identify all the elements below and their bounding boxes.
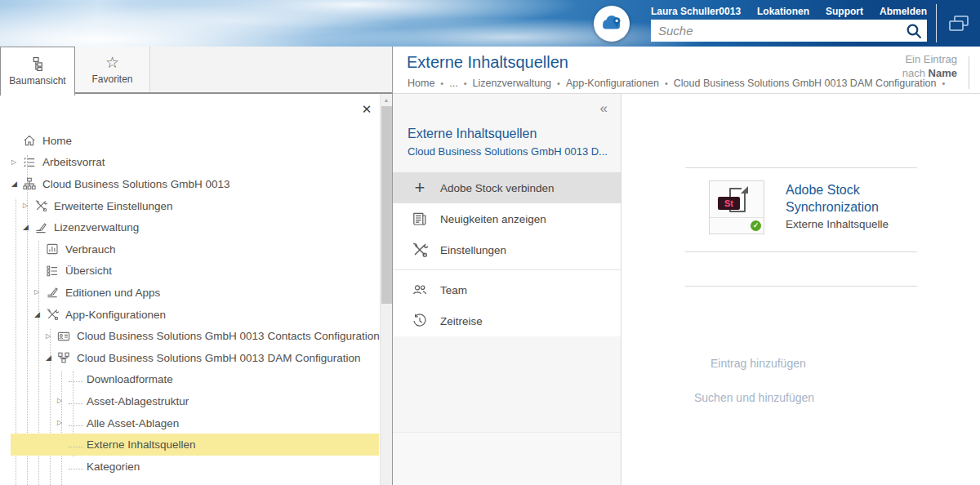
home-icon xyxy=(23,134,36,147)
expand-arrow-icon[interactable]: ▷ xyxy=(46,333,57,340)
scrollbar-thumb[interactable] xyxy=(381,106,392,304)
tree-item-alle-asset-ablagen[interactable]: ▷Alle Asset-Ablagen xyxy=(11,412,379,434)
menu-item-team[interactable]: Team xyxy=(393,274,621,305)
tree-area: ✕ Home▷Arbeitsvorrat◢Cloud Business Solu… xyxy=(0,94,392,485)
tab-label: Favoriten xyxy=(91,73,132,85)
news-icon xyxy=(411,210,429,228)
breadcrumb: Home•...•Lizenzverwaltung•App-Konfigurat… xyxy=(408,78,951,89)
expand-arrow-icon[interactable]: ▷ xyxy=(34,289,46,296)
entry-type-label: Externe Inhaltsquelle xyxy=(786,218,889,230)
nav-tabs: Baumansicht ☆ Favoriten xyxy=(0,47,392,94)
action-panel-header: « Externe Inhaltsquellen Cloud Business … xyxy=(393,94,621,172)
menu-item-label: Einstellungen xyxy=(440,244,506,256)
brand-logo[interactable] xyxy=(594,6,630,42)
tree-item-app-konfigurationen[interactable]: ◢App-Konfigurationen xyxy=(11,304,379,326)
tree-item-externe-inhaltsquellen[interactable]: Externe Inhaltsquellen xyxy=(11,434,379,456)
overview-icon xyxy=(46,265,59,278)
tree-item-downloadformate[interactable]: Downloadformate xyxy=(11,369,379,391)
tab-favoriten[interactable]: ☆ Favoriten xyxy=(75,47,150,92)
tree-item-arbeitsvorrat[interactable]: ▷Arbeitsvorrat xyxy=(11,152,379,174)
menu-divider xyxy=(393,265,621,274)
tree-item-cloud-business-solutions-gmbh-0013-contacts-configuration[interactable]: ▷Cloud Business Solutions GmbH 0013 Cont… xyxy=(11,325,379,347)
action-panel-footer xyxy=(393,432,621,485)
tree-item-label: Alle Asset-Ablagen xyxy=(87,417,179,429)
modules-icon xyxy=(57,351,70,364)
breadcrumb-item[interactable]: Lizenzverwaltung xyxy=(472,78,551,89)
plus-icon: + xyxy=(411,179,429,197)
dotted-leader xyxy=(69,425,83,426)
topbar-link[interactable]: Support xyxy=(826,6,863,17)
stock-badge: St xyxy=(718,197,740,210)
breadcrumb-item[interactable]: ... xyxy=(449,78,457,89)
tree-item-lizenzverwaltung[interactable]: ◢Lizenzverwaltung xyxy=(11,216,379,238)
collapse-arrow-icon[interactable]: ◢ xyxy=(23,224,34,231)
tree-item-home[interactable]: Home xyxy=(11,130,379,152)
adobe-stock-file-icon: St xyxy=(728,188,747,212)
tree-item-label: Cloud Business Solutions GmbH 0013 DAM C… xyxy=(77,352,360,364)
page-title: Externe Inhaltsquellen xyxy=(407,53,568,72)
action-panel-subtitle: Cloud Business Solutions GmbH 0013 D... xyxy=(408,145,608,158)
collapse-arrow-icon[interactable]: ◢ xyxy=(46,354,57,362)
tab-label: Baumansicht xyxy=(9,75,65,87)
expand-arrow-icon[interactable]: ▷ xyxy=(11,159,23,166)
tree-item-erweiterte-einstellungen[interactable]: ▷Erweiterte Einstellungen xyxy=(11,195,379,217)
menu-item-adobe-stock-verbinden[interactable]: +Adobe Stock verbinden xyxy=(393,172,621,203)
topbar-link[interactable]: Lokationen xyxy=(757,6,809,17)
breadcrumb-item[interactable]: App-Konfigurationen xyxy=(566,78,659,89)
expand-arrow-icon[interactable]: ▷ xyxy=(23,202,34,209)
tree-item-editionen-und-apps[interactable]: ▷Editionen und Apps xyxy=(11,282,379,304)
collapse-panel-icon[interactable]: « xyxy=(600,100,608,117)
divider xyxy=(685,167,917,168)
scroll-up-icon[interactable]: ▲ xyxy=(381,96,392,105)
entry-title[interactable]: Adobe Stock Synchronization xyxy=(786,181,879,216)
menu-item-neuigkeiten-anzeigen[interactable]: Neuigkeiten anzeigen xyxy=(393,203,621,234)
tools-icon xyxy=(46,308,59,321)
add-entry-link[interactable]: Eintrag hinzufügen xyxy=(710,357,806,370)
expand-arrow-icon[interactable]: ▷ xyxy=(57,398,69,404)
cloud-pin-logo-icon xyxy=(598,8,626,39)
tree-item-cloud-business-solutions-gmbh-0013-dam-configuration[interactable]: ◢Cloud Business Solutions GmbH 0013 DAM … xyxy=(11,347,379,369)
chart-icon xyxy=(46,242,59,256)
breadcrumb-separator: • xyxy=(557,78,560,88)
sort-line2: nach Name xyxy=(902,66,957,80)
action-menu: +Adobe Stock verbindenNeuigkeiten anzeig… xyxy=(393,172,621,336)
collapse-arrow-icon[interactable]: ◢ xyxy=(11,180,23,188)
breadcrumb-item[interactable]: Cloud Business Solutions GmbH 0013 DAM C… xyxy=(674,78,937,89)
tab-baumansicht[interactable]: Baumansicht xyxy=(0,47,75,96)
search-icon[interactable] xyxy=(904,21,924,41)
sort-selector[interactable]: Ein Eintrag nach Name xyxy=(902,52,957,80)
tree-item-cloud-business-solutions-gmbh-0013[interactable]: ◢Cloud Business Solutions GmbH 0013 xyxy=(11,173,379,195)
tree-item-label: Arbeitsvorrat xyxy=(42,156,105,168)
entry-thumbnail[interactable]: St ✓ xyxy=(709,180,764,234)
history-icon xyxy=(411,312,429,330)
star-icon: ☆ xyxy=(105,55,119,70)
tree-item-label: Verbrauch xyxy=(65,243,116,256)
tree-item-label: Externe Inhaltsquellen xyxy=(87,438,196,451)
window-switcher-icon[interactable] xyxy=(947,14,970,33)
tree-item-label: Übersicht xyxy=(65,265,112,277)
user-menu-link[interactable]: Laura Schuller0013 xyxy=(651,6,741,17)
tree-item-label: Home xyxy=(42,135,72,147)
tree-item-verbrauch[interactable]: Verbrauch xyxy=(11,238,379,260)
contact-icon xyxy=(57,330,70,343)
close-icon[interactable]: ✕ xyxy=(359,102,374,117)
tree-scrollbar[interactable]: ▲ xyxy=(380,94,392,485)
menu-item-einstellungen[interactable]: Einstellungen xyxy=(393,234,621,265)
collapse-arrow-icon[interactable]: ◢ xyxy=(34,311,46,318)
search-and-add-link[interactable]: Suchen und hinzufügen xyxy=(694,391,814,404)
menu-item-zeitreise[interactable]: Zeitreise xyxy=(393,305,621,336)
tree-item-asset-ablagestruktur[interactable]: ▷Asset-Ablagestruktur xyxy=(11,390,379,412)
expand-arrow-icon[interactable]: ▷ xyxy=(57,420,69,426)
tree-item--bersicht[interactable]: Übersicht xyxy=(11,260,379,283)
topbar-link[interactable]: Abmelden xyxy=(880,6,927,17)
dotted-leader xyxy=(69,403,83,404)
dotted-leader xyxy=(69,469,83,469)
divider xyxy=(685,286,917,287)
breadcrumb-item[interactable]: Home xyxy=(408,78,434,89)
breadcrumb-separator: • xyxy=(464,78,467,88)
dotted-leader xyxy=(69,381,83,382)
menu-item-label: Neuigkeiten anzeigen xyxy=(440,213,546,225)
search-input[interactable] xyxy=(658,24,904,38)
tree-item-kategorien[interactable]: Kategorien xyxy=(11,456,379,478)
topbar: Laura Schuller0013LokationenSupportAbmel… xyxy=(0,0,980,47)
